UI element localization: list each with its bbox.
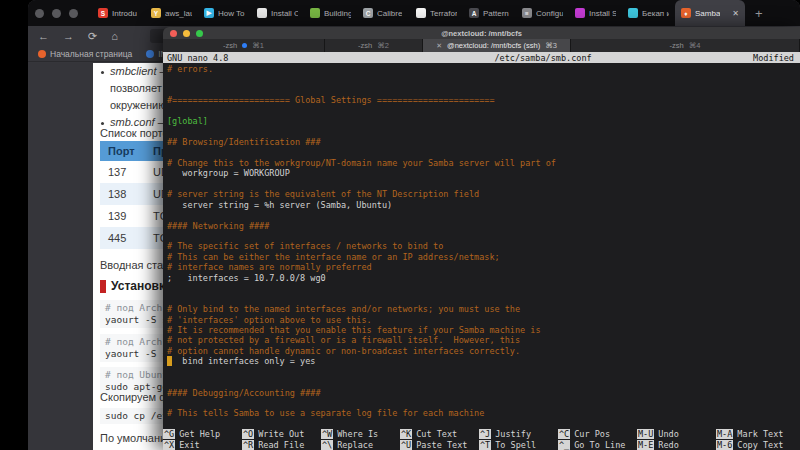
bullet-icon <box>101 122 104 125</box>
terminal-window: @nextcloud: /mnt/bcfs -zsh⌘1-zsh⌘2✕@next… <box>163 27 800 450</box>
shortcut-key: ^O <box>242 429 254 439</box>
editor-line: # interface names are normally preferred <box>167 262 800 272</box>
nano-shortcut-copy-text: M-6Copy Text <box>716 439 795 450</box>
shortcut-key: ^R <box>242 440 254 450</box>
editor-line: # 'interfaces' option above to use this. <box>167 315 800 325</box>
shortcut-key: M-U <box>637 429 654 439</box>
zoom-window-icon[interactable] <box>69 9 78 18</box>
shortcut-label: Cur Pos <box>574 429 610 439</box>
browser-tab-terrafor[interactable]: Terrafor <box>410 0 463 26</box>
editor-line <box>167 283 800 293</box>
editor-line: #### Debugging/Accounting #### <box>167 388 800 398</box>
activity-dot-icon <box>242 43 247 48</box>
nano-shortcut-justify: ^JJustify <box>479 428 558 439</box>
tab-title: aws_lau <box>165 9 192 18</box>
tab-shortcut-key: ⌘1 <box>252 41 264 50</box>
tab-favicon <box>628 8 638 18</box>
editor-line: [global] <box>167 116 800 126</box>
shortcut-key: M-6 <box>716 440 733 450</box>
nano-shortcut-undo: M-UUndo <box>637 428 716 439</box>
editor-line: # It is recommended that you enable this… <box>167 325 800 335</box>
editor-line <box>167 127 800 137</box>
minimize-window-icon[interactable] <box>183 30 190 37</box>
editor-line: # errors. <box>167 64 800 74</box>
tab-title: Install S <box>589 9 616 18</box>
close-window-icon[interactable] <box>35 9 44 18</box>
terminal-tab-label: -zsh <box>358 41 372 50</box>
editor-line: # Only bind to the named interfaces and/… <box>167 304 800 314</box>
editor-line: # This can be either the interface name … <box>167 252 800 262</box>
editor-line: bind interfaces only = yes <box>167 356 800 366</box>
tab-title: Configu <box>536 9 563 18</box>
shortcut-key: ^X <box>163 440 175 450</box>
back-button[interactable]: ← <box>38 30 49 42</box>
tab-title: Introdu <box>112 9 137 18</box>
browser-tab-calibre[interactable]: CCalibre <box>357 0 410 26</box>
close-window-icon[interactable] <box>170 30 177 37</box>
tab-favicon: Y <box>151 8 161 18</box>
shortcut-key: M-E <box>637 440 654 450</box>
nano-editor-area[interactable]: # errors. #======================= Globa… <box>163 63 800 428</box>
nano-shortcut-replace: ^\Replace <box>321 439 400 450</box>
list-item: окружению <box>110 99 167 111</box>
terminal-tab-3[interactable]: ✕@nextcloud: /mnt/bcfs (ssh)⌘3 <box>423 39 571 52</box>
shortcut-key: ^J <box>479 429 491 439</box>
browser-tab-introdu[interactable]: SIntrodu <box>92 0 145 26</box>
terminal-tab-1[interactable]: -zsh⌘1 <box>163 39 325 52</box>
shortcut-label: Get Help <box>179 429 220 439</box>
browser-tab-building[interactable]: Building <box>304 0 357 26</box>
terminal-tab-label: -zsh <box>670 41 684 50</box>
editor-line: # option cannot handle dynamic or non-br… <box>167 346 800 356</box>
terminal-title-bar[interactable]: @nextcloud: /mnt/bcfs <box>163 27 800 39</box>
browser-tab-aws-lau[interactable]: Yaws_lau <box>145 0 198 26</box>
minimize-window-icon[interactable] <box>52 9 61 18</box>
terminal-window-title: @nextcloud: /mnt/bcfs <box>163 29 800 38</box>
shortcut-label: Redo <box>658 440 678 450</box>
tab-close-icon[interactable]: ✕ <box>436 42 442 50</box>
shortcut-key: M-A <box>716 429 733 439</box>
shortcut-key: ^C <box>558 429 570 439</box>
terminal-tab-4[interactable]: -zsh⌘4 <box>571 39 800 52</box>
browser-tab-how-to[interactable]: ▶How To <box>198 0 251 26</box>
tab-favicon: S <box>98 8 108 18</box>
browser-tab-configu[interactable]: ≡Configu <box>516 0 569 26</box>
tab-favicon: ≡ <box>522 8 532 18</box>
tab-close-icon[interactable]: ✕ <box>732 9 739 18</box>
new-tab-button[interactable]: + <box>745 6 773 21</box>
shortcut-label: Write Out <box>258 429 304 439</box>
tab-title: Install O <box>271 9 298 18</box>
tab-favicon <box>416 8 426 18</box>
browser-tab-samba[interactable]: ♦Samba✕ <box>675 0 745 26</box>
shortcut-label: Copy Text <box>737 440 783 450</box>
bookmark-item[interactable]: Начальная страница <box>38 49 132 59</box>
forward-button[interactable]: → <box>63 30 74 42</box>
zoom-window-icon[interactable] <box>196 30 203 37</box>
nano-shortcut-paste-text: ^UPaste Text <box>400 439 479 450</box>
shortcut-key: ^K <box>400 429 412 439</box>
table-cell: 137 <box>100 161 145 183</box>
browser-tab-install-o[interactable]: Install O <box>251 0 304 26</box>
browser-window-controls[interactable] <box>28 9 92 18</box>
browser-tab-install-s[interactable]: Install S <box>569 0 622 26</box>
tab-title: Samba <box>695 9 720 18</box>
home-button[interactable]: ⌂ <box>111 30 118 42</box>
shortcut-label: Replace <box>337 440 373 450</box>
browser-tab-бекап-и[interactable]: Бекап и <box>622 0 675 26</box>
nano-shortcut-cur-pos: ^CCur Pos <box>558 428 637 439</box>
terminal-tab-2[interactable]: -zsh⌘2 <box>325 39 423 52</box>
terminal-tab-bar: -zsh⌘1-zsh⌘2✕@nextcloud: /mnt/bcfs (ssh)… <box>163 39 800 52</box>
shortcut-label: Undo <box>658 429 678 439</box>
editor-line: # Change this to the workgroup/NT-domain… <box>167 158 800 168</box>
shortcut-key: ^W <box>321 429 333 439</box>
nano-shortcut-to-spell: ^TTo Spell <box>479 439 558 450</box>
terminal-tab-label: @nextcloud: /mnt/bcfs (ssh) <box>447 41 540 50</box>
terminal-window-controls[interactable] <box>163 30 203 37</box>
browser-tab-pattern[interactable]: APattern <box>463 0 516 26</box>
nano-modified-flag: Modified <box>753 53 800 63</box>
shortcut-key: ^T <box>479 440 491 450</box>
shortcut-label: Exit <box>179 440 199 450</box>
reload-button[interactable]: ⟳ <box>88 30 97 43</box>
editor-line <box>167 294 800 304</box>
bookmark-favicon <box>146 50 154 58</box>
tab-favicon: ▶ <box>204 8 214 18</box>
